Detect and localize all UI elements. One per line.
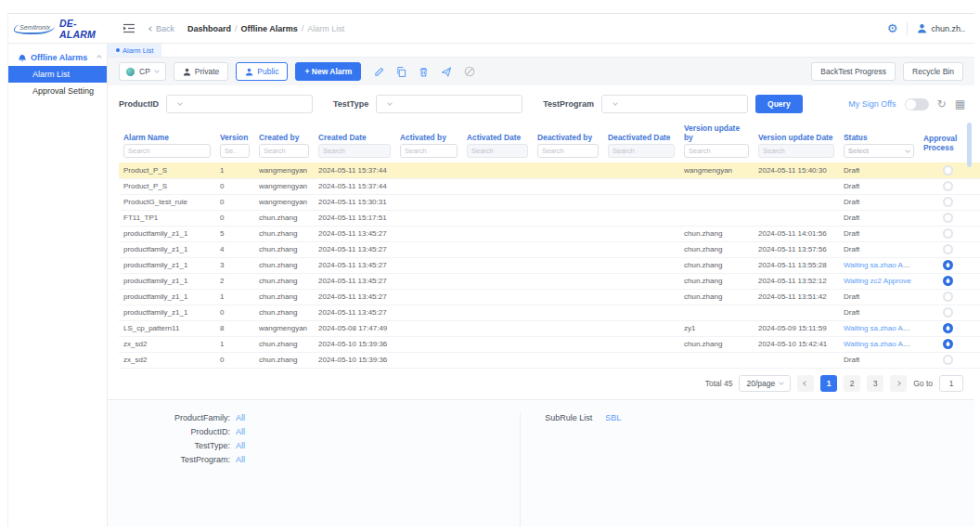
- search-activated_by-input[interactable]: [400, 144, 458, 158]
- search-activated_date-input: [467, 144, 528, 158]
- back-button[interactable]: Back: [149, 24, 174, 33]
- approval-pending-icon[interactable]: [943, 228, 953, 239]
- scrollbar-thumb[interactable]: [967, 123, 972, 167]
- cell-name: Product_P_S: [119, 162, 215, 178]
- detail-field-value[interactable]: All: [236, 427, 245, 436]
- approval-active-icon[interactable]: [943, 323, 953, 333]
- approval-pending-icon[interactable]: [943, 307, 953, 318]
- column-header-deactivated_by: Deactivated by: [533, 121, 603, 143]
- approval-active-icon[interactable]: [943, 260, 953, 270]
- cell-update_date: 2024-05-11 15:40:30: [754, 162, 839, 178]
- detail-field-value[interactable]: All: [236, 441, 245, 450]
- per-page-select[interactable]: 20/page: [739, 375, 791, 392]
- gear-icon[interactable]: ⚙: [887, 21, 898, 35]
- table-row[interactable]: productfamily_z1_14chun.zhang2024-05-11 …: [119, 241, 980, 257]
- approval-pending-icon[interactable]: [943, 197, 953, 207]
- approval-pending-icon[interactable]: [943, 165, 953, 175]
- sidebar-collapse-icon[interactable]: [123, 23, 135, 33]
- search-created_by-input[interactable]: [259, 144, 309, 158]
- cell-action: [976, 320, 980, 336]
- cell-created_by: chun.zhang: [254, 352, 314, 368]
- cell-created_date: 2024-05-11 13:45:27: [314, 226, 395, 241]
- toolbar-icons: [374, 66, 475, 77]
- sidebar-group-offline-alarms[interactable]: Offline Alarms: [8, 49, 107, 66]
- brand: Semitronix DE-ALARM: [14, 18, 109, 40]
- next-page-button[interactable]: [890, 375, 907, 392]
- edit-icon[interactable]: [374, 67, 384, 77]
- scope-select[interactable]: CP: [119, 62, 166, 81]
- cell-update_by: [679, 178, 754, 194]
- detail-field: TestType:All: [141, 441, 520, 450]
- user-menu[interactable]: chun.zh..: [917, 23, 965, 33]
- table-row[interactable]: productfamily_z1_11chun.zhang2024-05-11 …: [119, 289, 980, 305]
- filter-status-select[interactable]: Select: [844, 144, 914, 158]
- table-row[interactable]: productfamily_z1_10chun.zhang2024-05-11 …: [119, 305, 980, 320]
- table-row[interactable]: FT11_TP10chun.zhang2024-05-11 15:17:51Dr…: [119, 210, 980, 226]
- cell-deactivated_date: [603, 273, 679, 289]
- table-row[interactable]: Product_P_S1wangmengyan2024-05-11 15:37:…: [119, 162, 980, 178]
- detail-field-value[interactable]: All: [236, 455, 245, 464]
- search-update_by-input[interactable]: [684, 144, 749, 158]
- detail-field-value[interactable]: All: [236, 413, 245, 422]
- copy-icon[interactable]: [396, 67, 406, 77]
- table-row[interactable]: productfamily_z1_12chun.zhang2024-05-11 …: [119, 273, 980, 289]
- subrule-list-value[interactable]: SBL: [605, 413, 621, 422]
- goto-page-input[interactable]: [939, 375, 963, 392]
- search-name-input[interactable]: [123, 144, 211, 158]
- approval-pending-icon[interactable]: [943, 181, 953, 191]
- prev-page-button[interactable]: [797, 375, 814, 392]
- table-row[interactable]: ProductG_test_rule0wangmengyan2024-05-11…: [119, 194, 980, 210]
- page-button-2[interactable]: 2: [844, 375, 860, 392]
- new-alarm-button[interactable]: + New Alarm: [295, 62, 361, 81]
- column-header-version: Version: [215, 121, 254, 143]
- cell-activated_by: [395, 178, 462, 194]
- my-sign-offs-toggle[interactable]: [905, 98, 929, 110]
- breadcrumb-item[interactable]: Offline Alarms: [241, 24, 298, 33]
- column-header-activated_date: Activated Date: [462, 121, 533, 143]
- sidebar-item-alarm-list[interactable]: Alarm List: [8, 66, 107, 83]
- status-text[interactable]: Waiting sa.zhao Appro..: [844, 324, 919, 332]
- table-row[interactable]: LS_cp_pattern118wangmengyan2024-05-08 17…: [119, 320, 980, 336]
- cell-deactivated_by: [533, 336, 603, 352]
- approval-pending-icon[interactable]: [943, 244, 953, 254]
- send-icon[interactable]: [441, 67, 452, 77]
- table-row[interactable]: productfamily_z1_13chun.zhang2024-05-11 …: [119, 257, 980, 273]
- cell-deactivated_date: [603, 289, 679, 305]
- approval-pending-icon[interactable]: [943, 292, 953, 302]
- sidebar-item-approval-setting[interactable]: Approval Setting: [8, 83, 107, 99]
- column-settings-icon[interactable]: ▦: [955, 98, 965, 110]
- status-text[interactable]: Waiting sa.zhao Appro..: [844, 261, 919, 269]
- tab-alarm-list[interactable]: Alarm List: [108, 44, 161, 57]
- table-row[interactable]: zx_sd20chun.zhang2024-05-10 15:39:36Draf…: [119, 352, 980, 368]
- cell-update_date: 2024-05-11 14:01:56: [754, 226, 839, 241]
- productid-select[interactable]: [166, 95, 313, 113]
- cell-created_by: chun.zhang: [254, 210, 314, 226]
- search-version-input[interactable]: [220, 144, 250, 158]
- delete-icon[interactable]: [419, 67, 429, 77]
- approval-pending-icon[interactable]: [943, 213, 953, 223]
- backtest-progress-button[interactable]: BackTest Progress: [811, 62, 896, 81]
- breadcrumb-item[interactable]: Dashboard: [187, 24, 231, 33]
- public-button[interactable]: Public: [236, 62, 288, 81]
- table-scrollbar[interactable]: [967, 123, 972, 345]
- alarm-table-wrap: Alarm NameVersionCreated byCreated DateA…: [119, 121, 965, 369]
- recycle-bin-button[interactable]: Recycle Bin: [903, 62, 963, 81]
- approval-active-icon[interactable]: [943, 276, 953, 286]
- approval-pending-icon[interactable]: [943, 355, 953, 365]
- approval-active-icon[interactable]: [943, 339, 953, 349]
- table-row[interactable]: Product_P_S0wangmengyan2024-05-11 15:37:…: [119, 178, 980, 194]
- status-text[interactable]: Waiting zc2 Approve: [844, 277, 911, 285]
- page-button-1[interactable]: 1: [820, 375, 837, 392]
- cell-version: 0: [215, 194, 254, 210]
- cell-deactivated_by: [533, 273, 603, 289]
- status-text[interactable]: Waiting sa.zhao Appro..: [844, 340, 919, 348]
- testprogram-select[interactable]: [601, 95, 748, 113]
- page-button-3[interactable]: 3: [867, 375, 883, 392]
- table-row[interactable]: zx_sd21chun.zhang2024-05-10 15:39:36chun…: [119, 336, 980, 352]
- private-button[interactable]: Private: [174, 62, 228, 81]
- refresh-icon[interactable]: ↻: [937, 98, 947, 110]
- table-row[interactable]: productfamily_z1_15chun.zhang2024-05-11 …: [119, 226, 980, 241]
- query-button[interactable]: Query: [755, 95, 803, 113]
- search-deactivated_by-input[interactable]: [537, 144, 599, 158]
- testtype-select[interactable]: [376, 95, 522, 113]
